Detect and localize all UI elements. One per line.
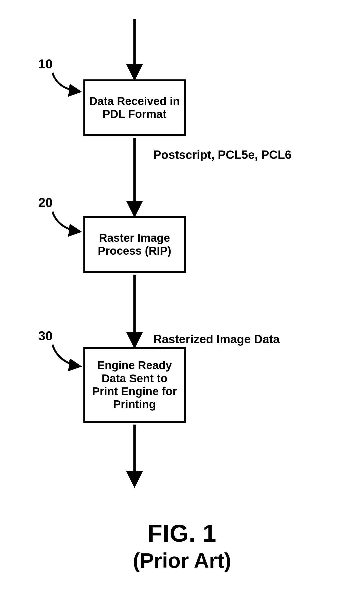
step-box-label: Raster Image Process (RIP) xyxy=(89,232,180,258)
figure-title-block: FIG. 1 (Prior Art) xyxy=(0,520,364,573)
arrow-annotation-rasterized: Rasterized Image Data xyxy=(153,332,280,346)
ref-pointer-30 xyxy=(52,345,79,366)
ref-pointer-10 xyxy=(52,73,79,92)
figure-subtitle: (Prior Art) xyxy=(0,548,364,573)
figure-number: FIG. 1 xyxy=(0,520,364,547)
step-box-label: Data Received in PDL Format xyxy=(89,95,180,121)
step-box-data-received: Data Received in PDL Format xyxy=(83,79,186,136)
step-box-label: Engine Ready Data Sent to Print Engine f… xyxy=(89,359,180,411)
ref-num-10: 10 xyxy=(38,57,52,71)
step-box-print-engine: Engine Ready Data Sent to Print Engine f… xyxy=(83,347,186,423)
ref-num-20: 20 xyxy=(38,195,52,210)
arrow-annotation-pdl-types: Postscript, PCL5e, PCL6 xyxy=(153,148,291,162)
ref-pointer-20 xyxy=(52,212,79,232)
ref-num-30: 30 xyxy=(38,328,52,343)
step-box-rip: Raster Image Process (RIP) xyxy=(83,216,186,273)
diagram-canvas: Data Received in PDL Format Raster Image… xyxy=(0,0,364,606)
